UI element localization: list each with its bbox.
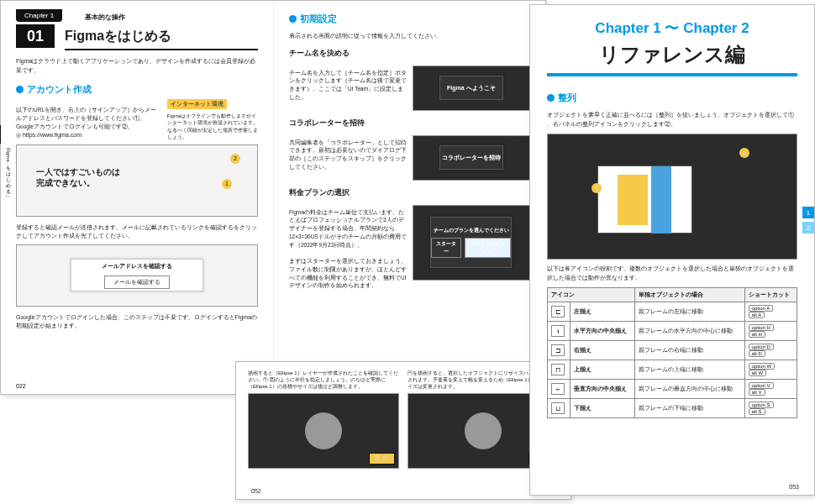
align-keys: option Dalt D	[744, 341, 797, 360]
sec-team-t: チーム名を入力して［チーム名を指定］ボタンをクリックします（チーム名は後で変更で…	[289, 69, 408, 102]
align-name: 水平方向の中央揃え	[570, 322, 634, 341]
align-icon: ⊔	[551, 402, 565, 414]
account-text: 以下のURLを開き、右上の［サインアップ］からメールアドレスとパスワードを登録し…	[16, 106, 162, 130]
page-num-053: 053	[789, 484, 799, 490]
align-name: 下揃え	[570, 399, 634, 418]
screenshot-mail: メールアドレスを確認する メールを確認する	[16, 244, 258, 307]
page-num-052: 052	[251, 488, 261, 494]
screenshot-signup: 一人ではすごいものは 完成できない。 1 2	[16, 144, 258, 217]
align-desc: 親フレームの上端に移動	[635, 360, 744, 380]
align-desc: 親フレームの右端に移動	[635, 341, 744, 360]
sec-team-h: チーム名を決める	[289, 48, 530, 59]
hero-copy: 一人ではすごいものは 完成できない。	[36, 166, 120, 188]
screenshot-collab: コラボレーターを招待	[413, 135, 531, 181]
inet-tag: インターネット環境	[167, 99, 227, 109]
table-row: ⊓上揃え親フレームの上端に移動option Walt W	[548, 360, 797, 380]
sec-plan-t: Figmaの料金はチーム単位で支払います。たとえばプロフェッショナルプランで3人…	[289, 208, 408, 291]
h2-account: アカウント作成	[16, 83, 258, 96]
sec-collab-t: 共同編集者を「コラボレーター」として招待できます。最初は必要ないのでダイアログ下…	[289, 139, 408, 171]
table-row: ⊔下揃え親フレームの下端に移動option Salt S	[548, 399, 797, 418]
ellipse-text-1: 描画すると［Ellipse 1］レイヤーが作成されたことを確認してください。① …	[248, 370, 399, 390]
table-intro: 以下は各アイコンの役割です。複数のオブジェクトを選択した場合と単独のオブジェクト…	[547, 265, 797, 282]
mail-button: メールを確認する	[104, 276, 170, 289]
align-keys: option Halt H	[744, 322, 797, 341]
table-row: ⊐右揃え親フレームの右端に移動option Dalt D	[548, 341, 797, 360]
align-desc: 親フレームの垂直方向の中心に移動	[635, 380, 744, 399]
side-r1: 1	[802, 207, 814, 218]
spread-left: 01 「Figmaをはじめる」 Chapter 1 基本的な操作 01 Figm…	[0, 0, 546, 395]
align-name: 右揃え	[570, 341, 634, 360]
align-name: 上揃え	[570, 360, 634, 380]
align-desc: 親フレームの左端に移動	[635, 302, 744, 322]
confirm-text: 登録すると確認メールが送信されます。メールに記載されているリンクを確認するをクリ…	[16, 223, 258, 241]
intro-text: Figmaはクラウド上で動くアプリケーションであり、デザインを作成するには会員登…	[16, 57, 258, 75]
h2-align: 整列	[547, 92, 797, 104]
th-icon: アイコン	[548, 288, 635, 302]
align-keys: option Valt V	[744, 380, 797, 399]
google-text: Googleアカウントでログインした場合、このステップは不要です。ログインすると…	[16, 313, 258, 331]
mail-head: メールアドレスを確認する	[102, 262, 172, 270]
align-desc: 親フレームの水平方向の中心に移動	[635, 322, 744, 341]
align-keys: option Aalt A	[744, 302, 797, 322]
inet-body: Figmaはオフラインでも動作しますがインターネット環境が推奨されています。なる…	[167, 113, 258, 141]
side-r2: 2	[802, 222, 814, 234]
align-icon: ⊐	[551, 344, 565, 356]
sec-plan-h: 料金プランの選択	[289, 187, 530, 198]
align-desc: 親フレームの下端に移動	[635, 399, 744, 418]
page-num-022: 022	[16, 383, 26, 389]
page-title: Figmaをはじめる	[65, 28, 258, 50]
screenshot-plan: チームのプランを選んでください スターター プロフェッショナル	[413, 205, 531, 281]
ref-range: Chapter 1 〜 Chapter 2	[547, 18, 797, 38]
page-022: Chapter 1 基本的な操作 01 Figmaをはじめる Figmaはクラウ…	[1, 1, 273, 394]
align-icon: ⊏	[551, 306, 565, 318]
ref-title: リファレンス編	[547, 41, 797, 76]
table-row: ⊏左揃え親フレームの左端に移動option Aalt A	[548, 302, 797, 322]
align-icon: ⫟	[551, 383, 565, 395]
table-row: ⫟垂直方向の中央揃え親フレームの垂直方向の中心に移動option Valt V	[548, 380, 797, 399]
figma-url: ◎ https://www.figma.com	[16, 132, 162, 139]
align-table: アイコン 単独オブジェクトの場合 ショートカット ⊏左揃え親フレームの左端に移動…	[547, 287, 797, 418]
th-shortcut: ショートカット	[744, 288, 797, 302]
page-053: Chapter 1 〜 Chapter 2 リファレンス編 1 2 整列 オブジ…	[529, 4, 815, 496]
screenshot-align: 1 2	[547, 134, 797, 260]
align-keys: option Walt W	[744, 360, 797, 380]
init-intro: 表示される画面の説明に従って情報を入力してください。	[289, 32, 530, 41]
h2-init: 初期設定	[289, 13, 530, 25]
screenshot-ellipse-1: 図 01	[248, 393, 399, 469]
chapter-tab: Chapter 1	[16, 9, 62, 22]
sec-collab-h: コラボレーターを招待	[289, 118, 530, 129]
table-row: ⫞水平方向の中央揃え親フレームの水平方向の中心に移動option Halt H	[548, 322, 797, 341]
align-name: 左揃え	[570, 302, 634, 322]
align-keys: option Salt S	[744, 399, 797, 418]
section-label: 基本的な操作	[85, 13, 125, 22]
align-icon: ⊓	[551, 364, 565, 375]
align-intro: オブジェクトを素早く正確に並べるには［整列］を使いましょう。オブジェクトを選択し…	[547, 111, 797, 129]
align-name: 垂直方向の中央揃え	[570, 380, 634, 399]
page-052: 描画すると［Ellipse 1］レイヤーが作成されたことを確認してください。① …	[235, 361, 571, 500]
align-icon: ⫞	[551, 325, 565, 337]
figure-badge-1: 図 01	[369, 453, 395, 465]
th-desc: 単独オブジェクトの場合	[635, 288, 744, 302]
screenshot-team: Figma へようこそ	[413, 66, 531, 111]
section-number: 01	[16, 24, 55, 48]
page-023: 1 2 初期設定 表示される画面の説明に従って情報を入力してください。 チーム名…	[273, 1, 545, 394]
